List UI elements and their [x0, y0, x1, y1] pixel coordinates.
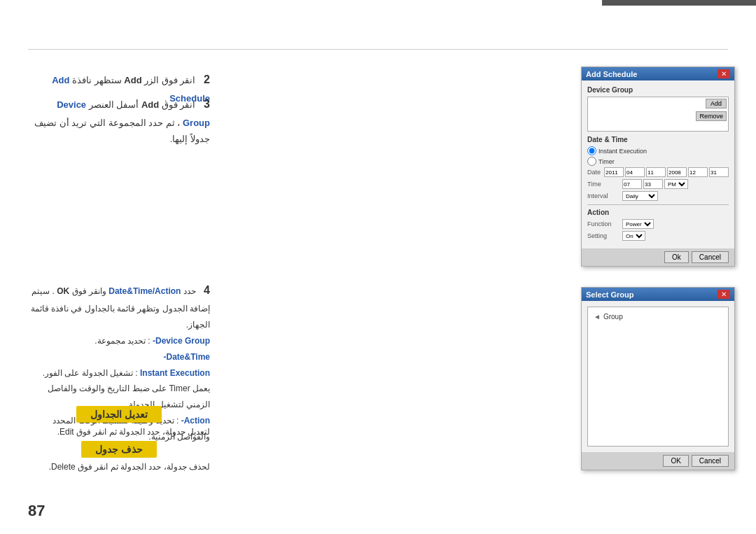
device-group-label: Device Group	[587, 86, 729, 94]
group-tree-label: Group	[603, 313, 623, 321]
edit-schedule-desc: لتعديل جدولة، حدد الجدولة ثم انقر فوق Ed…	[28, 427, 210, 437]
date-fields	[604, 167, 729, 177]
group-tree-item[interactable]: ◄ Group	[594, 313, 722, 321]
step4-number: 4	[204, 284, 210, 296]
setting-select[interactable]: On Off	[622, 231, 645, 241]
instant-execution-label: Instant Execution	[598, 148, 647, 155]
step4-instant: Instant Execution : تشغيل الجدولة على ال…	[28, 365, 210, 381]
add-schedule-close-button[interactable]: ✕	[718, 69, 730, 78]
time-minute[interactable]	[643, 179, 663, 189]
timer-option[interactable]: Timer	[587, 157, 729, 166]
select-group-title: Select Group	[586, 290, 634, 299]
date-time-label: Date & Time	[587, 136, 729, 143]
function-label: Function	[587, 220, 622, 227]
add-schedule-ok-button[interactable]: Ok	[664, 251, 689, 263]
device-group-box: Add Remove	[587, 97, 729, 132]
setting-row: Setting On Off	[587, 231, 729, 241]
step3-text-element: أسفل العنصر	[86, 99, 139, 110]
group-tree-box: ◄ Group	[587, 307, 729, 447]
date-row: Date	[587, 167, 729, 177]
action-label: Action	[587, 209, 729, 216]
function-select[interactable]: Power Input	[622, 219, 654, 229]
step4-text-before: حدد	[181, 286, 195, 296]
setting-label: Setting	[587, 232, 622, 239]
step4-dt-label: Date&Time-	[164, 352, 210, 362]
step4-instant-label: Instant Execution	[140, 368, 210, 378]
timer-radio[interactable]	[587, 157, 596, 166]
step3-number: 3	[204, 98, 210, 110]
timer-label: Timer	[598, 158, 615, 165]
tree-arrow-icon: ◄	[594, 313, 601, 321]
time-fields: PM AM	[622, 179, 688, 189]
step4-line1: 4 حدد Date&Time/Action وانقر فوق OK . سي…	[28, 280, 210, 333]
device-group-remove-button[interactable]: Remove	[696, 111, 727, 121]
time-row: Time PM AM	[587, 179, 729, 189]
step2-number: 2	[204, 73, 210, 85]
step2-text-middle: ستظهر نافذة	[69, 75, 121, 85]
add-schedule-body: Device Group Add Remove Date & Time Inst…	[582, 80, 734, 248]
add-schedule-cancel-button[interactable]: Cancel	[692, 251, 729, 263]
step2-add-label: Add	[124, 75, 141, 85]
device-group-add-button[interactable]: Add	[706, 99, 727, 108]
interval-label: Interval	[587, 192, 622, 199]
step4-dg-desc: : تحديد مجموعة.	[94, 336, 150, 346]
edit-schedule-heading: تعديل الجداول	[76, 406, 162, 423]
select-group-close-button[interactable]: ✕	[718, 290, 730, 299]
date-day2[interactable]	[709, 167, 729, 177]
step4-date-time: Date&Time-	[28, 349, 210, 365]
add-schedule-title: Add Schedule	[586, 70, 637, 78]
select-group-ok-button[interactable]: OK	[663, 455, 688, 467]
date-month2[interactable]	[688, 167, 708, 177]
step4-text-middle: وانقر فوق	[69, 286, 106, 296]
function-row: Function Power Input	[587, 219, 729, 229]
time-ampm-select[interactable]: PM AM	[664, 179, 688, 189]
select-group-cancel-button[interactable]: Cancel	[692, 455, 729, 467]
time-label: Time	[587, 181, 622, 188]
add-schedule-footer: Ok Cancel	[582, 248, 734, 266]
delete-schedule-section: حذف جدول لحذف جدولة، حدد الجدولة ثم انقر…	[28, 441, 210, 472]
select-group-footer: OK Cancel	[582, 452, 734, 470]
step2-text-before: انقر فوق الزر	[142, 75, 196, 85]
time-hour[interactable]	[622, 179, 642, 189]
date-month[interactable]	[625, 167, 645, 177]
edit-schedule-section: تعديل الجداول لتعديل جدولة، حدد الجدولة …	[28, 406, 210, 437]
step3-add: Add	[141, 99, 159, 110]
interval-row: Interval Daily Weekly Monthly	[587, 191, 729, 201]
step3-text-before: انقر فوق	[159, 99, 195, 110]
select-group-titlebar: Select Group ✕	[582, 288, 734, 301]
date-year2[interactable]	[667, 167, 687, 177]
delete-schedule-desc: لحذف جدولة، حدد الجدولة ثم انقر فوق Dele…	[28, 462, 210, 472]
select-group-body: ◄ Group	[582, 301, 734, 452]
instant-execution-option[interactable]: Instant Execution	[587, 146, 729, 155]
select-group-dialog: Select Group ✕ ◄ Group OK Cancel	[581, 287, 735, 470]
add-schedule-titlebar: Add Schedule ✕	[582, 67, 734, 80]
top-rule	[28, 49, 728, 50]
page-number: 87	[28, 502, 45, 520]
step4-instant-desc: : تشغيل الجدولة على الفور.	[43, 368, 138, 378]
step4-highlight2: OK	[57, 286, 69, 296]
step4-highlight1: Date&Time/Action	[108, 286, 181, 296]
step4-device-group: Device Group- : تحديد مجموعة.	[28, 333, 210, 349]
date-day[interactable]	[646, 167, 666, 177]
edit-schedule-heading-container: تعديل الجداول	[28, 406, 210, 423]
step3-container: 3 انقر فوق Add أسفل العنصر Device Group …	[28, 94, 210, 148]
interval-select[interactable]: Daily Weekly Monthly	[622, 191, 658, 201]
instant-execution-radio[interactable]	[587, 146, 596, 155]
add-schedule-dialog: Add Schedule ✕ Device Group Add Remove D…	[581, 66, 735, 267]
date-year1[interactable]	[604, 167, 624, 177]
delete-schedule-heading: حذف جدول	[81, 441, 157, 458]
step4-dg-label: Device Group-	[153, 336, 210, 346]
date-label: Date	[587, 169, 604, 176]
top-decoration-bar	[602, 0, 756, 6]
action-separator	[587, 204, 729, 205]
delete-schedule-heading-container: حذف جدول	[28, 441, 210, 458]
